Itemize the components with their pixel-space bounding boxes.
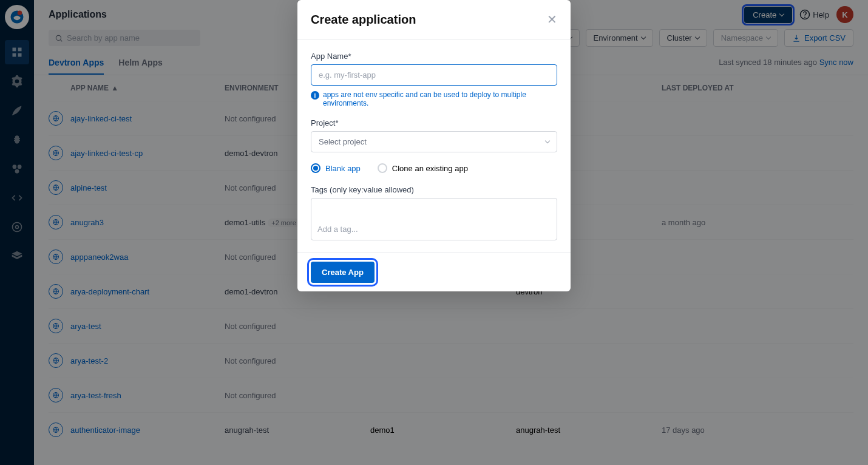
app-name-input[interactable] (311, 64, 557, 86)
close-icon[interactable]: ✕ (547, 12, 557, 27)
tags-input-inner[interactable] (317, 225, 551, 234)
app-name-label: App Name* (311, 52, 557, 61)
radio-clone-app[interactable]: Clone an existing app (378, 163, 468, 173)
modal-overlay[interactable]: Create application ✕ App Name* i apps ar… (0, 0, 868, 465)
chevron-down-icon (545, 138, 550, 143)
create-app-modal: Create application ✕ App Name* i apps ar… (297, 0, 571, 291)
app-type-radio-group: Blank app Clone an existing app (311, 163, 557, 173)
tags-input[interactable] (311, 198, 557, 240)
tags-label: Tags (only key:value allowed) (311, 185, 557, 194)
project-label: Project* (311, 118, 557, 127)
app-name-hint: i apps are not env specific and can be u… (311, 90, 557, 107)
radio-icon (378, 163, 387, 173)
radio-icon (311, 163, 320, 173)
radio-blank-app[interactable]: Blank app (311, 163, 361, 173)
create-app-submit-button[interactable]: Create App (311, 262, 375, 283)
info-icon: i (311, 91, 319, 100)
project-select[interactable]: Select project (311, 131, 557, 152)
modal-title: Create application (311, 13, 416, 27)
